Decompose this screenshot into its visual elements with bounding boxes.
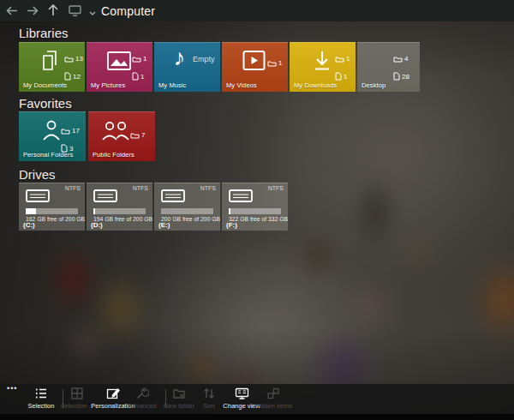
drive-letter: (C:) [23, 221, 35, 229]
drive-icon [161, 189, 185, 206]
tile-label: Desktop [362, 81, 386, 89]
videos-icon [242, 48, 266, 73]
tile-counts: 7 [130, 127, 145, 142]
arrow-left-icon [6, 3, 18, 19]
folder-count-icon [267, 55, 277, 70]
hidden-items-icon [266, 387, 280, 400]
advanced-wrench-icon [135, 387, 149, 400]
tile-drive-c[interactable]: NTFS 162 GB free of 200 GB (C:) [19, 183, 85, 231]
folder-count-icon [335, 51, 344, 66]
folder-count: 1 [278, 59, 282, 67]
drive-icon [26, 189, 50, 206]
selection-list-icon [34, 387, 48, 400]
advanced-button[interactable]: Advanced [123, 387, 161, 410]
documents-icon [39, 48, 63, 73]
filesystem-label: NTFS [65, 185, 81, 191]
more-options-button[interactable]: ••• [7, 384, 17, 393]
tile-public-folders[interactable]: 7 Public Folders [88, 111, 155, 161]
file-count: 28 [402, 73, 409, 81]
new-folder-icon [172, 387, 186, 400]
tile-my-downloads[interactable]: 1 1 My Downloads [290, 42, 356, 92]
sort-arrows-icon [202, 387, 216, 400]
drive-used-fill [93, 208, 95, 214]
top-navigation-bar: Computer [0, 0, 514, 21]
file-count: 1 [344, 73, 347, 81]
folder-count: 1 [346, 55, 350, 63]
folder-count-icon [393, 51, 403, 66]
up-button[interactable] [45, 3, 62, 20]
change-view-icon [235, 387, 249, 400]
drive-used-fill [229, 208, 230, 214]
app-bar: ••• Selection Selection ... Personalizat… [0, 384, 514, 414]
drive-free-text: 322 GB free of 332 GB [229, 216, 288, 222]
drive-icon [229, 189, 253, 206]
folder-count: 1 [143, 55, 146, 63]
tile-my-videos[interactable]: 1 My Videos [222, 42, 288, 92]
downloads-icon [309, 48, 334, 73]
chevron-down-icon [89, 3, 96, 19]
tile-counts: 4 28 [393, 51, 409, 84]
filesystem-label: NTFS [133, 185, 148, 191]
new-folder-button[interactable]: New folder [160, 387, 198, 410]
file-count-icon [132, 69, 139, 84]
tile-counts: 13 12 [64, 51, 83, 84]
bottom-strip [0, 414, 514, 420]
hidden-items-button[interactable]: Hidden items [252, 387, 295, 410]
file-count-icon [393, 69, 400, 84]
tile-counts: 1 [267, 55, 282, 70]
arrow-up-icon [48, 3, 58, 19]
drive-letter: (F:) [226, 221, 237, 229]
tile-label: My Pictures [91, 81, 125, 89]
personalization-icon [106, 387, 121, 400]
music-note-icon: ♪ [167, 45, 192, 70]
folder-count-icon [64, 51, 74, 66]
filesystem-label: NTFS [200, 185, 216, 191]
tile-label: My Videos [226, 81, 257, 89]
tile-counts: 1 1 [335, 51, 350, 84]
folder-count-icon [61, 123, 70, 138]
drive-usage-bar [229, 208, 281, 214]
tile-label: My Downloads [294, 81, 337, 89]
tile-label: My Documents [23, 81, 67, 89]
folder-count: 4 [404, 55, 408, 63]
back-button[interactable] [3, 3, 21, 20]
tile-my-pictures[interactable]: 1 1 My Pictures [87, 42, 152, 92]
page-title[interactable]: Computer [101, 4, 155, 18]
person-icon [39, 117, 63, 142]
tile-my-music[interactable]: ♪ Empty My Music [154, 42, 220, 92]
tile-drive-e[interactable]: NTFS 200 GB free of 200 GB (E:) [154, 183, 220, 231]
location-dropdown[interactable] [89, 3, 96, 19]
forward-button[interactable] [24, 3, 41, 20]
arrow-right-icon [27, 3, 39, 19]
favorites-header: Favorites [19, 96, 72, 111]
tile-desktop[interactable]: 4 28 Desktop [357, 42, 420, 92]
folder-count-icon [130, 127, 140, 142]
libraries-header: Libraries [19, 26, 69, 40]
folder-count: 13 [75, 55, 83, 63]
people-icon [100, 117, 131, 142]
file-count: 1 [140, 73, 144, 81]
drives-header: Drives [19, 167, 56, 182]
filesystem-label: NTFS [268, 185, 284, 191]
empty-label: Empty [193, 55, 215, 63]
drive-usage-bar [93, 208, 146, 214]
folder-count-icon [132, 51, 141, 66]
tile-counts: 1 1 [132, 51, 146, 84]
folder-count: 7 [141, 131, 145, 139]
tile-label: My Music [158, 81, 186, 89]
tile-label: Personal Folders [23, 151, 73, 159]
tile-my-documents[interactable]: 13 12 My Documents [19, 42, 85, 92]
file-count: 12 [73, 73, 81, 81]
tile-drive-f[interactable]: NTFS 322 GB free of 332 GB (F:) [222, 183, 288, 231]
tile-drive-d[interactable]: NTFS 194 GB free of 200 GB (D:) [87, 183, 152, 231]
folder-count: 17 [72, 127, 80, 135]
drive-usage-bar [161, 208, 213, 214]
drive-letter: (D:) [91, 221, 103, 229]
tile-label: Public Folders [93, 151, 134, 159]
drive-letter: (E:) [158, 221, 170, 229]
tile-personal-folders[interactable]: 17 3 Personal Folders [19, 111, 86, 161]
app-window: Computer Libraries 13 12 My Documents 1 … [0, 0, 514, 420]
pictures-icon [106, 48, 131, 73]
drive-free-text: 200 GB free of 200 GB [161, 216, 220, 222]
computer-monitor-icon [69, 5, 81, 16]
